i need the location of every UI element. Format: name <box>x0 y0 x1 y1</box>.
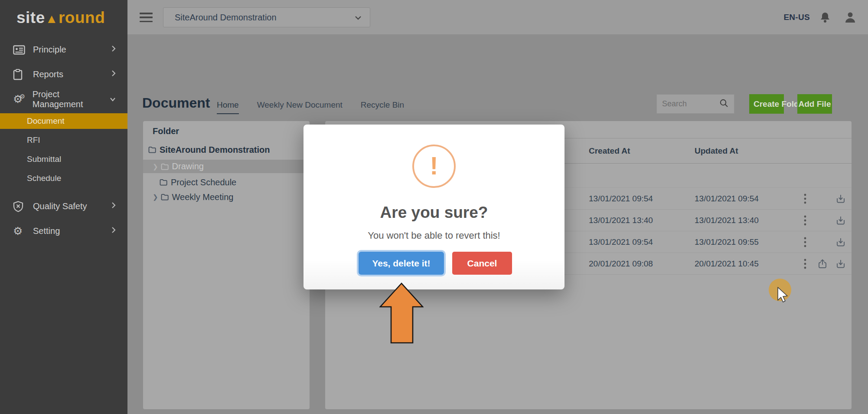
chevron-down-icon <box>354 13 362 23</box>
sidebar-subitem-rfi[interactable]: RFI <box>0 131 127 150</box>
gear-icon: ⚙ <box>13 226 27 237</box>
dialog-title: Are you sure? <box>303 204 565 222</box>
sidebar-item-label: Reports <box>33 69 63 79</box>
id-card-icon <box>13 44 27 56</box>
warning-icon: ! <box>412 145 456 188</box>
project-selector-dropdown[interactable]: SiteAround Demonstration <box>163 7 370 27</box>
dialog-message: You won't be able to revert this! <box>303 230 565 241</box>
app-window: site▲round Principle Reports ⚙⚙ Project … <box>0 0 868 414</box>
notifications-bell-icon[interactable] <box>819 11 831 23</box>
page-title: Document <box>142 95 210 111</box>
cell-updated-at: 13/01/2021 13:40 <box>695 216 798 225</box>
hamburger-menu-icon[interactable] <box>140 13 153 22</box>
cancel-button[interactable]: Cancel <box>452 252 512 275</box>
cell-created-at: 13/01/2021 09:54 <box>589 237 695 247</box>
chevron-right-icon <box>111 45 116 55</box>
page-tabs: Home Weekly New Document Recycle Bin <box>217 100 404 114</box>
tab-weekly-new-document[interactable]: Weekly New Document <box>257 100 343 114</box>
cell-updated-at: 13/01/2021 09:55 <box>695 237 798 247</box>
folder-panel-title: Folder <box>143 121 310 136</box>
sidebar-item-label: Principle <box>33 45 66 55</box>
sidebar-subitem-submittal[interactable]: Submittal <box>0 150 127 169</box>
topbar: SiteAround Demonstration EN-US <box>127 0 868 35</box>
folder-tree-root-label: SiteAround Demonstration <box>160 145 270 155</box>
confirm-delete-dialog: ! Are you sure? You won't be able to rev… <box>303 125 565 289</box>
sidebar-item-principle[interactable]: Principle <box>0 37 127 62</box>
folder-tree-item-label: Weekly Meeting <box>172 192 234 202</box>
search-icon <box>719 99 729 110</box>
mouse-cursor <box>767 278 794 306</box>
cell-created-at: 13/01/2021 09:54 <box>589 194 695 204</box>
clipboard-icon <box>13 69 27 80</box>
annotation-up-arrow-icon <box>379 282 424 345</box>
cell-created-at: 20/01/2021 09:08 <box>589 259 695 269</box>
warning-exclamation: ! <box>430 151 438 180</box>
download-icon[interactable] <box>835 237 846 248</box>
chevron-right-icon <box>111 69 116 79</box>
download-icon[interactable] <box>835 193 846 204</box>
kebab-menu-icon[interactable] <box>804 237 806 248</box>
folder-tree-item-drawing[interactable]: ❯ Drawing <box>143 160 310 173</box>
sidebar-item-setting[interactable]: ⚙ Setting <box>0 219 127 243</box>
kebab-menu-icon[interactable] <box>804 215 806 226</box>
download-icon[interactable] <box>835 215 846 226</box>
sidebar: site▲round Principle Reports ⚙⚙ Project … <box>0 0 127 414</box>
user-account-icon[interactable] <box>844 11 857 24</box>
column-header-created-at: Created At <box>589 146 695 156</box>
sidebar-subitem-label: Schedule <box>27 174 61 183</box>
folder-tree-root[interactable]: SiteAround Demonstration <box>143 142 310 157</box>
shield-x-icon <box>13 201 27 212</box>
logo-text-round: round <box>59 9 105 26</box>
project-selector-value: SiteAround Demonstration <box>175 13 277 23</box>
sidebar-subitem-schedule[interactable]: Schedule <box>0 169 127 188</box>
confirm-delete-button[interactable]: Yes, delete it! <box>359 252 444 275</box>
chevron-right-icon[interactable]: ❯ <box>153 193 158 201</box>
sidebar-item-label: Project Management <box>33 89 109 109</box>
folder-icon <box>161 194 169 200</box>
locale-selector[interactable]: EN-US <box>783 13 810 22</box>
sidebar-subitem-label: RFI <box>27 135 40 145</box>
share-icon[interactable] <box>817 258 828 269</box>
folder-tree-item-project-schedule[interactable]: Project Schedule <box>143 175 310 190</box>
sidebar-item-reports[interactable]: Reports <box>0 62 127 87</box>
sidebar-subitem-label: Submittal <box>27 154 61 164</box>
column-header-updated-at: Updated At <box>695 146 798 156</box>
siteround-logo: site▲round <box>0 0 127 27</box>
tab-recycle-bin[interactable]: Recycle Bin <box>361 100 404 114</box>
folder-icon <box>160 179 167 186</box>
logo-arrow-icon: ▲ <box>45 12 59 26</box>
create-folder-button[interactable]: Create Folder <box>749 94 784 114</box>
folder-tree-item-weekly-meeting[interactable]: ❯ Weekly Meeting <box>143 190 310 204</box>
folder-icon <box>161 163 169 170</box>
add-file-button[interactable]: Add File <box>797 94 832 114</box>
cell-updated-at: 13/01/2021 09:54 <box>695 194 798 204</box>
kebab-menu-icon[interactable] <box>804 258 806 269</box>
chevron-down-icon <box>109 94 116 104</box>
sidebar-subitem-label: Document <box>27 116 65 126</box>
chevron-right-icon[interactable]: ❯ <box>153 163 158 171</box>
sidebar-item-label: Quality Safety <box>33 201 87 211</box>
folder-panel: Folder SiteAround Demonstration ❯ Drawin… <box>143 121 310 409</box>
sidebar-item-quality-safety[interactable]: Quality Safety <box>0 194 127 219</box>
sidebar-item-label: Setting <box>33 226 60 236</box>
sidebar-subitem-document[interactable]: Document <box>0 113 127 129</box>
search-input[interactable] <box>656 94 714 114</box>
folder-tree-item-label: Project Schedule <box>171 177 236 187</box>
sidebar-item-project-management[interactable]: ⚙⚙ Project Management <box>0 87 127 112</box>
folder-tree-item-label: Drawing <box>172 161 204 171</box>
download-icon[interactable] <box>835 258 846 269</box>
logo-text-site: site <box>16 9 45 26</box>
chevron-right-icon <box>111 226 116 236</box>
folder-icon <box>148 146 156 153</box>
kebab-menu-icon[interactable] <box>804 193 806 204</box>
chevron-right-icon <box>111 201 116 211</box>
cell-created-at: 13/01/2021 13:40 <box>589 216 695 225</box>
gears-icon: ⚙⚙ <box>13 94 26 105</box>
cell-updated-at: 20/01/2021 10:45 <box>695 259 798 269</box>
search-button[interactable] <box>714 94 734 114</box>
tab-home[interactable]: Home <box>217 100 239 114</box>
